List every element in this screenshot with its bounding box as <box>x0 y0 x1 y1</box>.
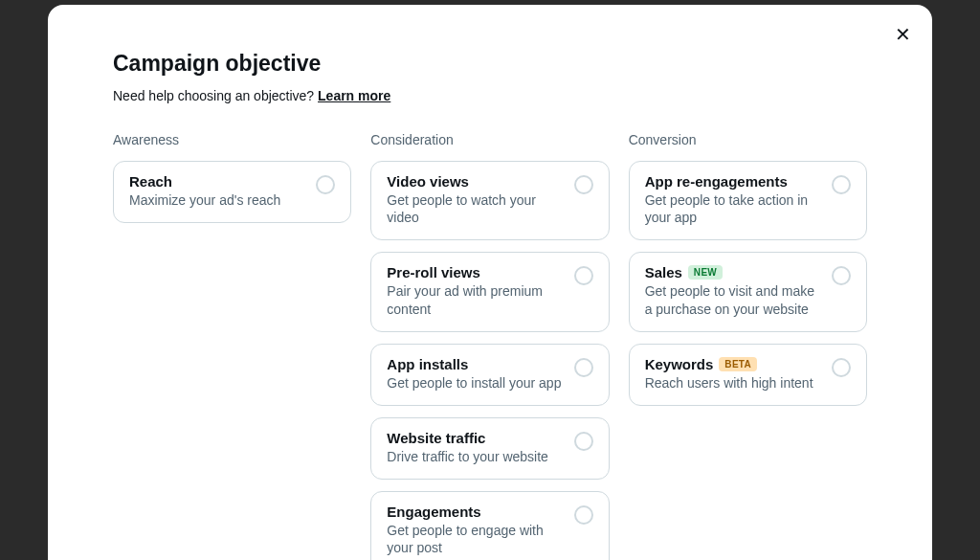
option-desc: Get people to engage with your post <box>387 522 564 556</box>
option-desc: Get people to take action in your app <box>645 191 822 226</box>
option-desc: Drive traffic to your website <box>387 448 564 465</box>
modal-content: Campaign objective Need help choosing an… <box>75 22 905 560</box>
option-desc: Reach users with high intent <box>645 374 822 392</box>
option-preroll-views[interactable]: Pre-roll views Pair your ad with premium… <box>370 252 609 331</box>
option-title: Pre-roll views <box>387 264 564 280</box>
learn-more-link[interactable]: Learn more <box>318 88 390 103</box>
radio-icon <box>574 432 593 451</box>
column-header-consideration: Consideration <box>370 132 609 147</box>
option-title: Reach <box>129 173 306 190</box>
radio-icon <box>316 175 335 194</box>
option-title: Keywords BETA <box>645 356 822 372</box>
page-title: Campaign objective <box>113 51 867 77</box>
column-conversion: Conversion App re-engagements Get people… <box>629 132 867 560</box>
option-video-views[interactable]: Video views Get people to watch your vid… <box>370 161 609 240</box>
column-awareness: Awareness Reach Maximize your ad's reach <box>113 132 351 560</box>
radio-icon <box>832 175 851 194</box>
help-text: Need help choosing an objective? Learn m… <box>113 88 867 103</box>
radio-icon <box>574 266 593 285</box>
column-header-awareness: Awareness <box>113 132 351 147</box>
option-desc: Pair your ad with premium content <box>387 282 564 317</box>
option-title: Sales NEW <box>645 264 822 280</box>
campaign-objective-modal: ✕ Campaign objective Need help choosing … <box>48 5 932 560</box>
option-title: Video views <box>387 173 564 190</box>
radio-icon <box>832 266 851 285</box>
option-engagements[interactable]: Engagements Get people to engage with yo… <box>370 491 609 560</box>
column-header-conversion: Conversion <box>629 132 867 147</box>
badge-beta: BETA <box>719 357 757 371</box>
option-desc: Get people to install your app <box>387 374 564 392</box>
objective-columns: Awareness Reach Maximize your ad's reach… <box>113 132 867 560</box>
option-desc: Get people to watch your video <box>387 191 564 226</box>
option-reach[interactable]: Reach Maximize your ad's reach <box>113 161 351 223</box>
badge-new: NEW <box>688 265 723 280</box>
radio-icon <box>574 505 593 525</box>
option-desc: Get people to visit and make a purchase … <box>645 282 822 317</box>
option-title: Website traffic <box>387 430 564 446</box>
radio-icon <box>832 358 851 377</box>
column-consideration: Consideration Video views Get people to … <box>370 132 609 560</box>
option-sales[interactable]: Sales NEW Get people to visit and make a… <box>629 252 867 331</box>
close-icon: ✕ <box>895 25 911 44</box>
option-app-installs[interactable]: App installs Get people to install your … <box>370 344 609 406</box>
close-button[interactable]: ✕ <box>887 19 918 50</box>
option-keywords[interactable]: Keywords BETA Reach users with high inte… <box>629 344 867 406</box>
option-title: App installs <box>387 356 564 372</box>
option-app-reengagements[interactable]: App re-engagements Get people to take ac… <box>629 161 867 240</box>
radio-icon <box>574 175 593 194</box>
option-title: Engagements <box>387 504 564 520</box>
option-desc: Maximize your ad's reach <box>129 191 306 209</box>
radio-icon <box>574 358 593 377</box>
option-title: App re-engagements <box>645 173 822 190</box>
option-website-traffic[interactable]: Website traffic Drive traffic to your we… <box>370 417 609 480</box>
